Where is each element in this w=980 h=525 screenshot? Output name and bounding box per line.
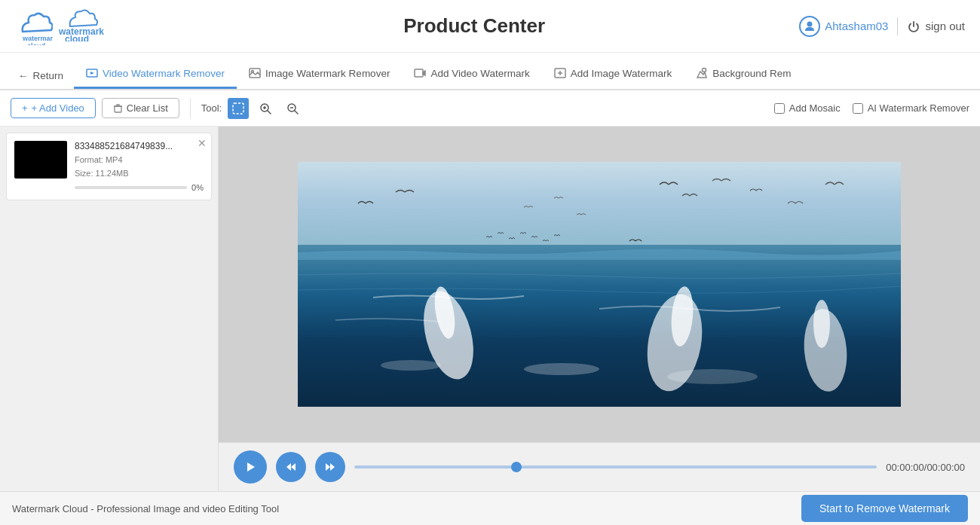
zoom-out-button[interactable] [282, 98, 303, 119]
nav-tabs: ← Return Video Watermark Remover Image W… [0, 53, 980, 90]
select-tool-icon [231, 102, 245, 115]
clear-list-label: Clear List [127, 102, 168, 114]
svg-marker-31 [330, 463, 335, 471]
svg-rect-12 [115, 106, 121, 112]
select-tool-button[interactable] [228, 98, 249, 119]
rewind-button[interactable] [276, 452, 306, 482]
tool-icons [228, 98, 303, 119]
ai-watermark-label: AI Watermark Remover [868, 102, 969, 114]
return-label: Return [33, 70, 64, 81]
time-total: 00:00:00 [926, 462, 965, 473]
add-video-tab-icon [414, 67, 426, 79]
svg-point-4 [807, 21, 813, 26]
fast-forward-button[interactable] [315, 452, 345, 482]
user-profile[interactable]: Ahtasham03 [799, 16, 888, 37]
video-frame [298, 162, 901, 407]
time-current: 00:00:00 [886, 462, 924, 473]
file-format: Format: MP4 [75, 154, 204, 167]
svg-rect-9 [415, 69, 423, 77]
svg-text:cloud: cloud [27, 42, 45, 45]
power-icon [907, 20, 920, 33]
tab-add-video-label: Add Video Watermark [430, 68, 529, 79]
video-preview [219, 127, 980, 442]
ai-watermark-checkbox-label[interactable]: AI Watermark Remover [853, 102, 969, 114]
toolbar: + + Add Video Clear List Tool: [0, 90, 980, 127]
file-thumbnail [14, 141, 67, 179]
sign-out-button[interactable]: sign out [907, 20, 965, 33]
zoom-in-button[interactable] [255, 98, 276, 119]
logo-text: watermark cloud [59, 8, 149, 44]
tab-image-watermark-remover[interactable]: Image Watermark Remover [237, 60, 402, 89]
zoom-out-icon [286, 102, 299, 115]
toolbar-separator [190, 98, 191, 119]
bottom-bar: Watermark Cloud - Professional Image and… [0, 491, 980, 525]
video-progress-track[interactable] [354, 465, 877, 469]
svg-point-23 [813, 300, 830, 348]
svg-text:watermark: watermark [22, 35, 53, 42]
tab-background-rem-label: Background Rem [712, 68, 791, 79]
svg-point-25 [667, 369, 758, 384]
tab-background-rem[interactable]: Background Rem [684, 60, 803, 89]
clear-list-button[interactable]: Clear List [102, 98, 179, 118]
tab-add-image-watermark[interactable]: Add Image Watermark [542, 60, 684, 89]
add-image-tab-icon [554, 67, 566, 79]
svg-marker-6 [90, 72, 94, 75]
svg-rect-13 [233, 103, 243, 114]
svg-text:cloud: cloud [65, 34, 89, 41]
file-size: Size: 11.24MB [75, 167, 204, 181]
svg-point-24 [524, 363, 599, 375]
add-mosaic-checkbox[interactable] [774, 103, 785, 114]
bg-rem-tab-icon [696, 67, 708, 79]
progress-bar-bg [75, 186, 187, 189]
tab-video-watermark-label: Video Watermark Remover [103, 68, 225, 79]
add-video-label: + Add Video [32, 102, 84, 114]
user-avatar-icon [799, 16, 820, 37]
file-sidebar: 833488521684749839... Format: MP4 Size: … [0, 127, 219, 491]
progress-text: 0% [191, 183, 204, 192]
add-mosaic-label: Add Mosaic [789, 102, 841, 114]
image-tab-icon [249, 67, 261, 79]
header: watermark cloud watermark cloud Product … [0, 0, 980, 53]
add-mosaic-checkbox-label[interactable]: Add Mosaic [774, 102, 841, 114]
header-right: Ahtasham03 sign out [799, 16, 965, 37]
add-video-button[interactable]: + + Add Video [11, 98, 96, 118]
product-center-title: Product Center [403, 14, 545, 38]
toolbar-right: Add Mosaic AI Watermark Remover [774, 102, 969, 114]
clear-list-icon [113, 103, 123, 113]
video-tab-icon [86, 67, 98, 79]
file-item: 833488521684749839... Format: MP4 Size: … [6, 133, 212, 200]
ai-watermark-checkbox[interactable] [853, 103, 863, 114]
username-label: Ahtasham03 [825, 20, 888, 32]
file-progress: 0% [75, 183, 204, 192]
svg-marker-28 [286, 463, 291, 471]
svg-point-26 [381, 360, 441, 371]
fast-forward-icon [324, 461, 336, 473]
tool-label: Tool: [201, 102, 222, 114]
play-button[interactable] [234, 450, 267, 484]
start-remove-watermark-button[interactable]: Start to Remove Watermark [801, 495, 968, 522]
video-area: 00:00:00/00:00:00 [219, 127, 980, 491]
file-name: 833488521684749839... [75, 141, 204, 151]
tab-add-image-label: Add Image Watermark [571, 68, 672, 79]
file-info: 833488521684749839... Format: MP4 Size: … [75, 141, 204, 192]
rewind-icon [285, 461, 297, 473]
return-button[interactable]: ← Return [8, 63, 74, 89]
sign-out-label: sign out [925, 20, 965, 32]
time-display: 00:00:00/00:00:00 [886, 462, 965, 473]
zoom-in-icon [259, 102, 272, 115]
tab-video-watermark-remover[interactable]: Video Watermark Remover [74, 60, 237, 89]
header-center: Product Center [149, 14, 799, 38]
video-progress-thumb[interactable] [511, 462, 522, 472]
svg-marker-29 [291, 463, 296, 471]
video-controls: 00:00:00/00:00:00 [219, 442, 980, 491]
svg-marker-30 [326, 463, 330, 471]
header-divider [897, 17, 898, 35]
tab-add-video-watermark[interactable]: Add Video Watermark [402, 60, 541, 89]
logo-icon: watermark cloud [15, 8, 53, 45]
play-icon [243, 460, 257, 474]
tab-image-watermark-label: Image Watermark Remover [265, 68, 390, 79]
file-close-button[interactable]: ✕ [198, 138, 207, 148]
logo: watermark cloud watermark cloud [15, 8, 149, 45]
add-video-icon: + [22, 102, 28, 114]
app-description: Watermark Cloud - Professional Image and… [12, 503, 801, 514]
